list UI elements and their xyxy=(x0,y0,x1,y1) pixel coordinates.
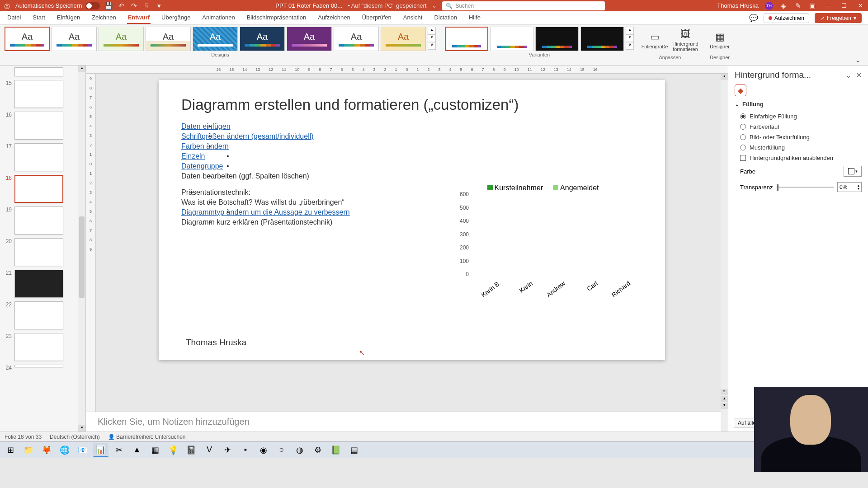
pen-icon[interactable]: ✎ xyxy=(794,2,802,10)
tab-uebergaenge[interactable]: Übergänge xyxy=(160,12,191,24)
designs-gallery-more[interactable]: ▴▾⊽ xyxy=(428,27,436,50)
slide-counter[interactable]: Folie 18 von 33 xyxy=(5,434,42,440)
telegram-icon[interactable]: ✈ xyxy=(220,443,235,457)
tab-ansicht[interactable]: Ansicht xyxy=(402,12,424,24)
app-icon-4[interactable]: ○ xyxy=(274,443,289,457)
explorer-icon[interactable]: 📁 xyxy=(21,443,36,457)
fill-section[interactable]: ⌄Füllung xyxy=(735,101,862,108)
thumb-24[interactable]: 24 xyxy=(0,363,85,373)
filename-dropdown-icon[interactable]: ⌄ xyxy=(432,2,437,9)
collapse-ribbon-icon[interactable]: ⌄ xyxy=(852,55,863,65)
thumb-22[interactable]: 22 xyxy=(0,300,85,331)
slide-footer[interactable]: Thomas Hruska xyxy=(186,338,246,347)
editor-vscroll[interactable]: ▴ ≡▴▾ xyxy=(721,74,728,432)
tab-entwurf[interactable]: Entwurf xyxy=(127,12,151,24)
radio-solid-fill[interactable]: Einfarbige Füllung xyxy=(735,111,862,122)
share-button[interactable]: ↗Freigeben▾ xyxy=(815,13,862,23)
excel-icon[interactable]: 📗 xyxy=(328,443,344,457)
start-button[interactable]: ⊞ xyxy=(3,443,18,457)
slide-title[interactable]: Diagramm erstellen und formatieren („cus… xyxy=(181,96,642,113)
vlc-icon[interactable]: ▲ xyxy=(129,443,145,457)
app-icon-1[interactable]: ▦ xyxy=(147,443,163,457)
thumb-21[interactable]: 21 xyxy=(0,268,85,300)
tab-ueberpruefen[interactable]: Überprüfen xyxy=(361,12,392,24)
minimize-button[interactable]: — xyxy=(823,2,833,9)
transparency-value[interactable]: 0%▴▾ xyxy=(837,182,862,192)
chart[interactable]: Kursteilnehmer Angemeldet 01002003004005… xyxy=(453,184,633,301)
diamond-icon[interactable]: ◈ xyxy=(779,2,788,10)
theme-2[interactable]: Aa xyxy=(52,27,97,51)
variant-3[interactable] xyxy=(535,27,579,51)
color-picker[interactable]: ▾ xyxy=(844,166,862,177)
theme-3[interactable]: Aa xyxy=(99,27,144,51)
variants-gallery-more[interactable]: ▴▾⊽ xyxy=(626,27,634,50)
fill-tab-icon[interactable]: ◆ xyxy=(735,84,746,96)
thumb-19[interactable]: 19 xyxy=(0,205,85,236)
thumbs-scrollbar[interactable]: ▴▾ xyxy=(78,66,85,432)
search-input[interactable]: 🔍 Suchen xyxy=(442,1,605,10)
qat-more-icon[interactable]: ▾ xyxy=(155,2,163,10)
close-button[interactable]: ✕ xyxy=(855,2,865,9)
record-button[interactable]: Aufzeichnen xyxy=(764,13,809,23)
tab-bildschirm[interactable]: Bildschirmpräsentation xyxy=(246,12,307,24)
app-v-icon[interactable]: V xyxy=(202,443,217,457)
thumb-23[interactable]: 23 xyxy=(0,331,85,363)
tab-datei[interactable]: Datei xyxy=(6,12,22,24)
avatar[interactable]: TH xyxy=(765,2,773,10)
accessibility-status[interactable]: 👤 Barrierefreiheit: Untersuchen xyxy=(108,434,186,440)
touch-icon[interactable]: ☟ xyxy=(142,2,151,10)
tab-einfuegen[interactable]: Einfügen xyxy=(56,12,81,24)
powerpoint-icon[interactable]: 📊 xyxy=(93,443,108,457)
pane-collapse-icon[interactable]: ⌄ xyxy=(845,71,851,80)
undo-icon[interactable]: ↶ xyxy=(117,2,125,10)
thumb-20[interactable]: 20 xyxy=(0,236,85,268)
radio-pattern[interactable]: Musterfüllung xyxy=(735,142,862,153)
theme-1[interactable]: Aa xyxy=(5,27,50,51)
variant-4[interactable] xyxy=(580,27,624,51)
variant-1[interactable] xyxy=(445,27,488,51)
theme-8[interactable]: Aa xyxy=(334,27,379,51)
theme-5[interactable]: Aa xyxy=(193,27,238,51)
slide-content[interactable]: Diagramm erstellen und formatieren („cus… xyxy=(159,80,665,360)
thumb-18[interactable]: 18 xyxy=(0,173,85,205)
slide-canvas[interactable]: Diagramm erstellen und formatieren („cus… xyxy=(96,74,728,412)
tab-dictation[interactable]: Dictation xyxy=(433,12,458,24)
tab-hilfe[interactable]: Hilfe xyxy=(468,12,481,24)
snip-icon[interactable]: ✂ xyxy=(111,443,127,457)
outlook-icon[interactable]: 📧 xyxy=(75,443,90,457)
app-icon-2[interactable]: 💡 xyxy=(165,443,181,457)
obs-icon[interactable]: ◉ xyxy=(256,443,271,457)
radio-gradient[interactable]: Farbverlauf xyxy=(735,122,862,132)
onenote-icon[interactable]: 📓 xyxy=(184,443,199,457)
comments-icon[interactable]: 💬 xyxy=(749,14,758,22)
tab-zeichnen[interactable]: Zeichnen xyxy=(91,12,117,24)
transparency-slider[interactable] xyxy=(777,187,834,188)
save-icon[interactable]: 💾 xyxy=(104,2,113,10)
tab-aufzeichnen[interactable]: Aufzeichnen xyxy=(317,12,351,24)
user-name[interactable]: Thomas Hruska xyxy=(717,2,759,9)
chrome-icon[interactable]: 🌐 xyxy=(57,443,72,457)
thumb-16[interactable]: 16 xyxy=(0,110,85,141)
app-icon-5[interactable]: ◍ xyxy=(292,443,307,457)
theme-4[interactable]: Aa xyxy=(146,27,191,51)
app-icon-6[interactable]: ▤ xyxy=(346,443,362,457)
window-icon[interactable]: ▣ xyxy=(808,2,816,10)
format-background-button[interactable]: 🖼Hintergrund formatieren xyxy=(672,27,699,54)
theme-9[interactable]: Aa xyxy=(381,27,426,51)
theme-7[interactable]: Aa xyxy=(287,27,332,51)
designer-button[interactable]: ▦Designer xyxy=(706,27,733,54)
tab-start[interactable]: Start xyxy=(32,12,46,24)
check-hide-bg[interactable]: Hintergrundgrafiken ausblenden xyxy=(735,153,862,163)
theme-6[interactable]: Aa xyxy=(240,27,285,51)
firefox-icon[interactable]: 🦊 xyxy=(39,443,54,457)
saved-location[interactable]: • Auf "diesem PC" gespeichert xyxy=(348,2,426,9)
language-status[interactable]: Deutsch (Österreich) xyxy=(50,434,100,440)
notes-placeholder[interactable]: Klicken Sie, um Notizen hinzuzufügen xyxy=(86,412,728,432)
settings-icon[interactable]: ⚙ xyxy=(310,443,326,457)
app-icon-3[interactable]: ▪ xyxy=(238,443,253,457)
pane-close-icon[interactable]: ✕ xyxy=(856,71,862,80)
tab-animationen[interactable]: Animationen xyxy=(201,12,236,24)
slide-size-button[interactable]: ▭Foliengröße xyxy=(641,27,668,54)
redo-icon[interactable]: ↷ xyxy=(130,2,138,10)
radio-picture[interactable]: Bild- oder Texturfüllung xyxy=(735,132,862,142)
